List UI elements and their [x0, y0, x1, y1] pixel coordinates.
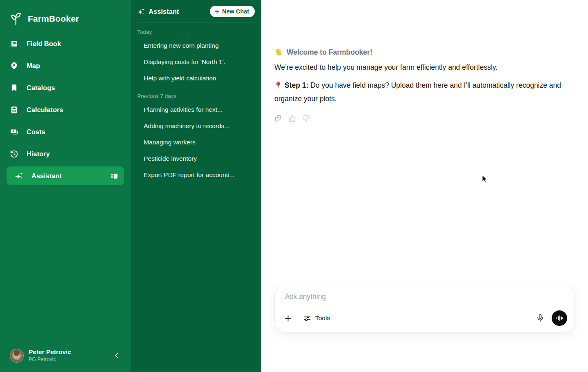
sliders-icon: [303, 315, 311, 322]
sparkles-icon: [15, 172, 23, 180]
bookmark-icon: [10, 84, 18, 92]
dictate-button[interactable]: [536, 314, 545, 323]
chat-history-item[interactable]: Export PDF report for accounti...: [131, 167, 261, 183]
welcome-intro: We’re excited to help you manage your fa…: [274, 62, 562, 73]
sidebar-item-label: Field Book: [27, 40, 61, 48]
cash-icon: [10, 128, 18, 136]
sidebar-item-catalogs[interactable]: Catalogs: [0, 77, 131, 99]
wave-emoji: [274, 48, 283, 57]
chat-main: Welcome to Farmbooker! We’re excited to …: [261, 0, 588, 372]
history-section-label: Previous 7 days: [131, 86, 261, 102]
waveform-icon: [555, 314, 564, 322]
sidebar-item-label: Assistant: [31, 172, 62, 180]
thumbs-down-icon[interactable]: [302, 115, 310, 122]
step-text: Do you have field maps? Upload them here…: [274, 81, 561, 102]
assistant-message: Welcome to Farmbooker! We’re excited to …: [261, 0, 575, 122]
microphone-icon: [536, 314, 545, 323]
sidebar-item-assistant[interactable]: Assistant: [7, 166, 124, 185]
chat-history-item[interactable]: Help with yield calculation: [131, 70, 261, 86]
history-icon: [10, 150, 18, 158]
chat-history-item[interactable]: Entering new corn planting: [131, 38, 261, 54]
user-subtitle: PG Petrovic: [29, 356, 107, 363]
field-book-icon: [10, 40, 18, 48]
history-section-label: Today: [131, 22, 261, 38]
step-paragraph: Step 1: Do you have field maps? Upload t…: [274, 79, 562, 105]
sidebar-item-label: History: [27, 150, 50, 158]
map-pin-icon: [10, 62, 18, 70]
sidebar-item-costs[interactable]: Costs: [0, 121, 131, 143]
tools-button[interactable]: Tools: [303, 314, 330, 322]
sidebar-item-map[interactable]: Map: [0, 55, 131, 77]
user-profile[interactable]: Peter Petrovic PG Petrovic: [0, 341, 131, 372]
calculator-icon: [10, 106, 18, 114]
chat-composer: Tools: [274, 285, 575, 332]
step-label: Step 1:: [285, 81, 308, 89]
sidebar-item-label: Map: [27, 62, 40, 70]
sprout-logo-icon: [10, 12, 24, 26]
panel-toggle-icon[interactable]: [110, 172, 118, 180]
sidebar-item-label: Calculators: [27, 106, 63, 114]
collapse-sidebar-button[interactable]: [112, 351, 121, 360]
welcome-heading: Welcome to Farmbooker!: [287, 48, 372, 57]
copy-icon[interactable]: [274, 115, 282, 122]
app-name: FarmBooker: [28, 14, 79, 24]
voice-mode-button[interactable]: [552, 310, 567, 326]
app-logo: FarmBooker: [0, 0, 131, 27]
chat-history-item[interactable]: Planning activities for next...: [131, 102, 261, 118]
plus-icon: [214, 9, 220, 14]
message-actions: [274, 115, 562, 122]
chat-history-item[interactable]: Managing workers: [131, 134, 261, 151]
sidebar-nav: Field Book Map Catalogs: [0, 33, 131, 187]
plus-icon: [284, 314, 292, 323]
chat-history-item[interactable]: Pesticide inventory: [131, 151, 261, 167]
assistant-history-panel: Assistant New Chat Today Entering new co…: [131, 0, 261, 372]
user-name: Peter Petrovic: [29, 348, 107, 356]
sidebar-item-label: Catalogs: [27, 84, 55, 92]
chat-history-item[interactable]: Adding machinery to records...: [131, 118, 261, 134]
main-sidebar: FarmBooker Field Book Map: [0, 0, 131, 372]
pushpin-emoji: [274, 81, 282, 89]
sidebar-item-label: Costs: [27, 128, 45, 136]
chat-history-item[interactable]: Displaying costs for 'North 1'.: [131, 54, 261, 70]
sidebar-item-history[interactable]: History: [0, 143, 131, 165]
sparkles-icon: [137, 8, 145, 16]
thumbs-up-icon[interactable]: [288, 115, 296, 122]
attach-button[interactable]: [284, 314, 292, 323]
avatar: [10, 349, 24, 363]
new-chat-button[interactable]: New Chat: [210, 6, 255, 17]
sidebar-item-field-book[interactable]: Field Book: [0, 33, 131, 55]
panel-title: Assistant: [137, 8, 179, 16]
chat-input[interactable]: [285, 292, 514, 301]
sidebar-item-calculators[interactable]: Calculators: [0, 99, 131, 121]
